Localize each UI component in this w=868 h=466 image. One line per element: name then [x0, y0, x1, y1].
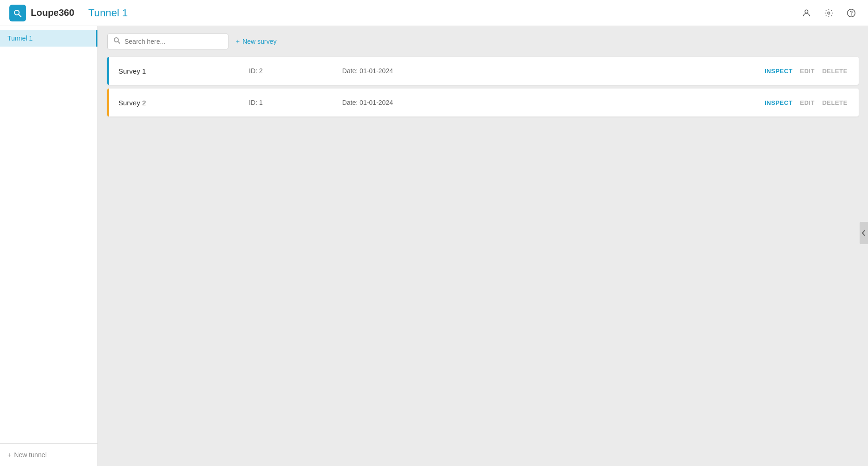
body-layout: Tunnel 1 + New tunnel +: [0, 26, 868, 466]
header-actions: [799, 6, 859, 21]
survey-name: Survey 1: [109, 67, 249, 75]
new-survey-label: New survey: [242, 38, 276, 45]
new-survey-button[interactable]: + New survey: [236, 38, 276, 45]
edit-button[interactable]: EDIT: [800, 68, 815, 75]
svg-point-4: [828, 12, 830, 14]
survey-id: ID: 2: [249, 67, 342, 75]
survey-name: Survey 2: [109, 99, 249, 107]
inspect-button[interactable]: INSPECT: [765, 68, 792, 75]
sidebar-items: Tunnel 1: [0, 26, 97, 443]
survey-actions: INSPECT EDIT DELETE: [765, 99, 859, 106]
app-header: Loupe360 Tunnel 1: [0, 0, 868, 26]
survey-id: ID: 1: [249, 99, 342, 106]
survey-list: Survey 1 ID: 2 Date: 01-01-2024 INSPECT …: [98, 57, 868, 116]
account-button[interactable]: [799, 6, 814, 21]
toolbar: + New survey: [98, 26, 868, 57]
sidebar-item-label: Tunnel 1: [7, 34, 33, 42]
survey-row: Survey 1 ID: 2 Date: 01-01-2024 INSPECT …: [107, 57, 859, 85]
right-collapse-tab[interactable]: [860, 222, 868, 244]
survey-actions: INSPECT EDIT DELETE: [765, 68, 859, 75]
search-box[interactable]: [107, 34, 228, 49]
help-button[interactable]: [844, 6, 859, 21]
search-input[interactable]: [124, 38, 222, 45]
app-logo-text: Loupe360: [31, 7, 74, 18]
delete-button[interactable]: DELETE: [822, 99, 847, 106]
new-survey-icon: +: [236, 38, 240, 45]
svg-point-3: [805, 10, 808, 13]
inspect-button[interactable]: INSPECT: [765, 99, 792, 106]
new-tunnel-icon: +: [7, 451, 11, 459]
header-left: Loupe360 Tunnel 1: [9, 5, 128, 21]
search-icon: [113, 37, 121, 46]
delete-button[interactable]: DELETE: [822, 68, 847, 75]
svg-point-6: [851, 14, 852, 15]
page-title: Tunnel 1: [88, 7, 128, 19]
new-tunnel-button[interactable]: + New tunnel: [7, 451, 47, 459]
main-content: + New survey Survey 1 ID: 2 Date: 01-01-…: [98, 26, 868, 466]
sidebar: Tunnel 1 + New tunnel: [0, 26, 98, 466]
sidebar-item-tunnel1[interactable]: Tunnel 1: [0, 30, 97, 47]
survey-date: Date: 01-01-2024: [342, 99, 765, 106]
settings-button[interactable]: [821, 6, 836, 21]
survey-row: Survey 2 ID: 1 Date: 01-01-2024 INSPECT …: [107, 89, 859, 116]
app-logo-icon: [9, 5, 26, 21]
sidebar-footer: + New tunnel: [0, 443, 97, 466]
edit-button[interactable]: EDIT: [800, 99, 815, 106]
new-tunnel-label: New tunnel: [14, 451, 47, 459]
svg-line-8: [118, 41, 120, 43]
survey-date: Date: 01-01-2024: [342, 67, 765, 75]
